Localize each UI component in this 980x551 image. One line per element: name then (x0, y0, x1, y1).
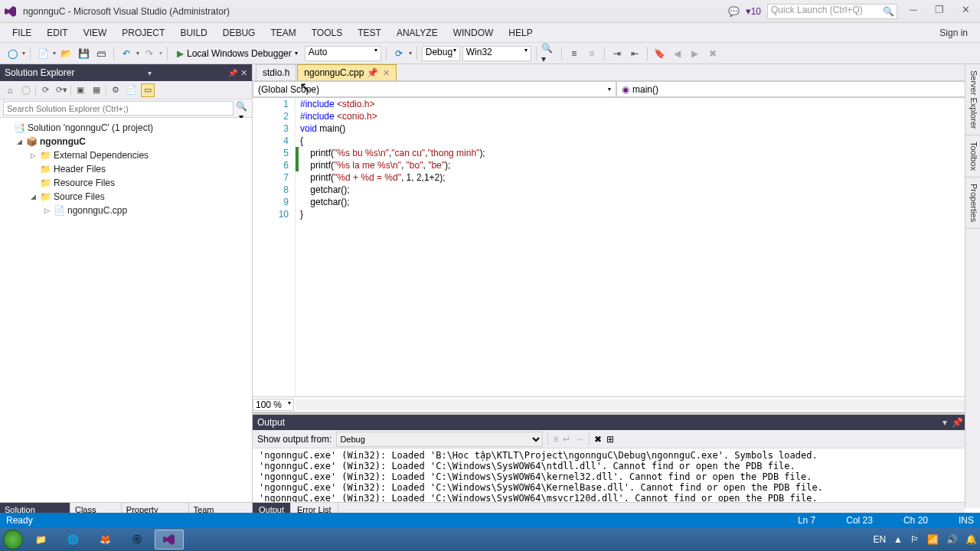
restore-button[interactable]: ❐ (929, 4, 949, 19)
tray-notif-icon[interactable]: 🔔 (965, 534, 977, 545)
feedback-icon[interactable]: 💬 (728, 6, 740, 17)
menu-debug[interactable]: DEBUG (215, 25, 263, 41)
output-goto-button[interactable]: → (575, 434, 584, 445)
toolbox-tab[interactable]: Toolbox (965, 135, 980, 178)
indent-button[interactable]: ⇥ (609, 46, 625, 61)
output-toggle-button[interactable]: ⊞ (606, 434, 614, 445)
menu-file[interactable]: FILE (5, 25, 39, 41)
status-ins: INS (959, 515, 974, 526)
redo-button[interactable]: ↷ (142, 46, 157, 61)
server-explorer-tab[interactable]: Server Explorer (965, 64, 980, 135)
tab-ngonnguc-cpp[interactable]: ngonnguC.cpp 📌 ✕ (297, 64, 397, 80)
task-ie[interactable]: ⓔ (122, 530, 152, 549)
task-explorer[interactable]: 📁 (26, 530, 55, 549)
new-project-button[interactable]: 📄 (35, 46, 51, 61)
close-button[interactable]: ✕ (956, 4, 975, 19)
task-visual-studio[interactable] (155, 530, 184, 549)
outdent-button[interactable]: ⇤ (627, 46, 642, 61)
search-icon: 🔍 (883, 6, 894, 17)
menu-edit[interactable]: EDIT (39, 25, 75, 41)
output-clear-button[interactable]: ≡ (553, 434, 558, 445)
menu-help[interactable]: HELP (501, 25, 540, 41)
properties-button[interactable]: ⚙ (109, 83, 122, 97)
output-dropdown-icon[interactable]: ▾ (942, 417, 947, 428)
browse-button[interactable]: ⟳ (391, 46, 407, 61)
search-input[interactable] (3, 101, 234, 116)
menu-tools[interactable]: TOOLS (304, 25, 350, 41)
tab-stdio-h[interactable]: stdio.h (256, 64, 296, 80)
solution-config-dropdown[interactable]: Debug▾ (422, 46, 460, 61)
menu-team[interactable]: TEAM (263, 25, 303, 41)
menu-window[interactable]: WINDOW (446, 25, 501, 41)
folder-external-deps[interactable]: ▷📁External Dependencies (0, 148, 252, 162)
editor-area: stdio.h ngonnguC.cpp 📌 ✕ ▾ (Global Scope… (253, 64, 980, 539)
nav-back-button[interactable]: ◯ (5, 46, 20, 61)
task-firefox[interactable]: 🦊 (90, 530, 119, 549)
properties-tab[interactable]: Properties (965, 178, 980, 229)
home-button[interactable]: ⌂ (3, 83, 17, 97)
output-pin-icon[interactable]: 📌 (952, 417, 963, 428)
zoom-bar: 100 %▾ (253, 396, 980, 412)
minimize-button[interactable]: ─ (903, 4, 923, 19)
scrollbar-horizontal[interactable] (296, 399, 978, 410)
tray-up-icon[interactable]: ▲ (893, 534, 903, 545)
sign-in-link[interactable]: Sign in (939, 28, 968, 38)
preview-button[interactable]: 📄 (125, 83, 139, 97)
selected-view-button[interactable]: ▭ (141, 83, 155, 97)
menu-view[interactable]: VIEW (76, 25, 115, 41)
menu-build[interactable]: BUILD (172, 25, 214, 41)
close-panel-icon[interactable]: ✕ (240, 68, 247, 78)
quick-launch-input[interactable]: Quick Launch (Ctrl+Q) 🔍 (767, 4, 897, 19)
lang-indicator[interactable]: EN (873, 534, 886, 545)
tray-flag-icon[interactable]: 🏳 (910, 534, 920, 545)
dropdown-icon[interactable]: ▾ (148, 69, 152, 77)
output-clear2-button[interactable]: ✖ (594, 434, 602, 445)
system-tray[interactable]: EN ▲ 🏳 📶 🔊 🔔 (873, 534, 977, 545)
close-tab-icon[interactable]: ✕ (383, 68, 390, 78)
task-chrome[interactable]: 🌐 (58, 530, 87, 549)
back-button[interactable]: ◯ (19, 83, 33, 97)
code-editor[interactable]: 12345 678910 #include <stdio.h> #include… (253, 98, 980, 396)
show-all-button[interactable]: ▦ (90, 83, 103, 97)
menu-project[interactable]: PROJECT (114, 25, 172, 41)
pin-icon[interactable]: 📌 (228, 69, 237, 77)
bookmark-button[interactable]: 🔖 (652, 46, 668, 61)
clear-bookmarks-button[interactable]: ✖ (705, 46, 720, 61)
project-node[interactable]: ◢📦ngonnguC (0, 135, 252, 148)
prev-bookmark-button[interactable]: ◀ (670, 46, 685, 61)
save-button[interactable]: 💾 (76, 46, 91, 61)
next-bookmark-button[interactable]: ▶ (688, 46, 703, 61)
pin-tab-icon[interactable]: 📌 (367, 67, 378, 78)
start-debugging-button[interactable]: ▶ Local Windows Debugger ▾ (172, 46, 302, 61)
folder-resource-files[interactable]: 📁Resource Files (0, 176, 252, 190)
save-all-button[interactable]: 🗃 (93, 46, 109, 61)
undo-button[interactable]: ↶ (119, 46, 134, 61)
find-button[interactable]: 🔍▾ (541, 46, 557, 61)
scope-combo-right[interactable]: ◉ main() ▾ (616, 81, 980, 97)
start-button[interactable] (3, 530, 23, 549)
scope-combo-left[interactable]: (Global Scope) ↖ ▾ (253, 81, 616, 97)
menu-test[interactable]: TEST (350, 25, 389, 41)
open-button[interactable]: 📂 (58, 46, 74, 61)
tray-volume-icon[interactable]: 🔊 (946, 534, 958, 545)
solution-tree[interactable]: 📑Solution 'ngonnguC' (1 project) ◢📦ngonn… (0, 118, 252, 539)
notification-flag[interactable]: ▾10 (746, 5, 761, 17)
folder-source-files[interactable]: ◢📁Source Files (0, 190, 252, 204)
solution-config-auto[interactable]: Auto ▾ (305, 46, 381, 61)
line-gutter: 12345 678910 (253, 98, 296, 396)
platform-dropdown[interactable]: Win32▾ (462, 46, 531, 61)
sync-button[interactable]: ⟳ (38, 83, 52, 97)
menu-analyze[interactable]: ANALYZE (389, 25, 446, 41)
tray-network-icon[interactable]: 📶 (927, 534, 939, 545)
solution-node[interactable]: 📑Solution 'ngonnguC' (1 project) (0, 121, 252, 135)
output-source-dropdown[interactable]: Debug (336, 432, 543, 447)
uncomment-button[interactable]: ≡ (584, 46, 599, 61)
refresh-button[interactable]: ⟳▾ (54, 83, 68, 97)
collapse-button[interactable]: ▣ (74, 83, 87, 97)
file-ngonnguc-cpp[interactable]: ▷📄ngonnguC.cpp (0, 204, 252, 217)
output-wrap-button[interactable]: ↵ (563, 434, 570, 445)
folder-header-files[interactable]: 📁Header Files (0, 162, 252, 176)
comment-button[interactable]: ≡ (567, 46, 582, 61)
code-content[interactable]: #include <stdio.h> #include <conio.h> vo… (296, 98, 980, 396)
zoom-combo[interactable]: 100 %▾ (253, 399, 294, 411)
